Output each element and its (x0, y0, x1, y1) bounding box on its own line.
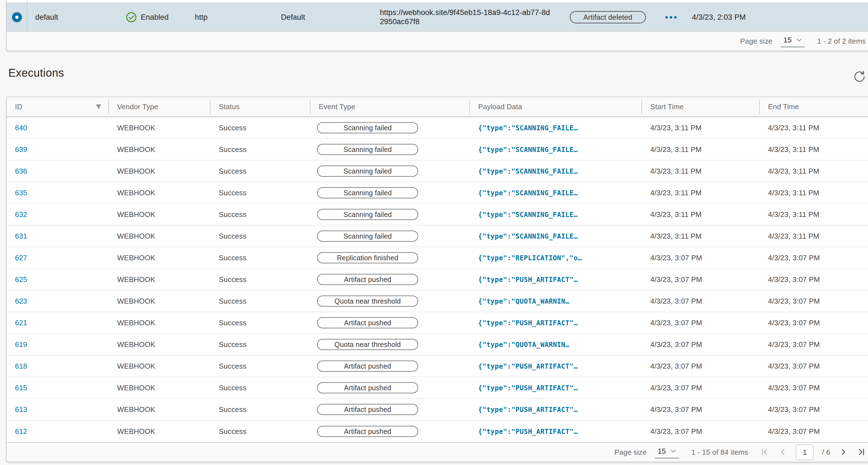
column-header-vendor-type[interactable]: Vendor Type (109, 97, 211, 116)
last-page-icon[interactable] (856, 447, 866, 457)
table-row[interactable]: 627 WEBHOOK Success Replication finished… (7, 247, 868, 269)
cell-payload-data: {"type":"SCANNING_FAILE… (470, 145, 642, 154)
webhook-event-types-cell: Artifact deleted (567, 11, 686, 23)
table-row[interactable]: 615 WEBHOOK Success Artifact pushed {"ty… (7, 377, 868, 399)
table-row[interactable]: 623 WEBHOOK Success Quota near threshold… (7, 291, 868, 312)
payload-data-link[interactable]: {"type":"SCANNING_FAILE… (478, 124, 578, 132)
table-row[interactable]: 613 WEBHOOK Success Artifact pushed {"ty… (7, 399, 868, 420)
payload-data-link[interactable]: {"type":"SCANNING_FAILE… (478, 146, 578, 154)
execution-id-link[interactable]: 625 (15, 275, 27, 284)
webhooks-datagrid: default Enabled http Default https://web… (6, 0, 868, 51)
table-row[interactable]: 625 WEBHOOK Success Artifact pushed {"ty… (7, 269, 868, 291)
cell-payload-data: {"type":"PUSH_ARTIFACT"… (470, 319, 642, 327)
table-row[interactable]: 632 WEBHOOK Success Scanning failed {"ty… (7, 204, 868, 226)
column-header-end-time[interactable]: End Time (760, 97, 868, 116)
table-row[interactable]: 612 WEBHOOK Success Artifact pushed {"ty… (7, 420, 868, 442)
cell-event-type: Artifact pushed (310, 404, 470, 415)
cell-id: 619 (7, 340, 109, 349)
payload-data-link[interactable]: {"type":"SCANNING_FAILE… (478, 211, 578, 219)
cell-payload-data: {"type":"SCANNING_FAILE… (470, 124, 642, 132)
webhook-row-selected[interactable]: default Enabled http Default https://web… (7, 3, 868, 31)
execution-id-link[interactable]: 639 (15, 145, 27, 154)
cell-end-time: 4/3/23, 3:07 PM (760, 384, 868, 392)
table-row[interactable]: 618 WEBHOOK Success Artifact pushed {"ty… (7, 355, 868, 377)
first-page-icon[interactable] (760, 447, 770, 457)
column-header-event-type[interactable]: Event Type (310, 97, 470, 116)
event-type-badge: Artifact deleted (570, 11, 646, 23)
current-page-input[interactable] (796, 444, 813, 460)
cell-payload-data: {"type":"SCANNING_FAILE… (470, 167, 642, 176)
payload-data-link[interactable]: {"type":"PUSH_ARTIFACT"… (478, 276, 578, 284)
execution-id-link[interactable]: 627 (15, 254, 27, 262)
column-header-start-time[interactable]: Start Time (642, 97, 760, 116)
event-type-badge: Artifact pushed (317, 382, 418, 393)
chevron-down-icon (796, 37, 802, 43)
cell-payload-data: {"type":"PUSH_ARTIFACT"… (470, 384, 642, 392)
cell-vendor-type: WEBHOOK (109, 145, 211, 154)
page-size-value: 15 (658, 447, 666, 456)
page-size-select[interactable]: 15 (781, 35, 805, 47)
execution-id-link[interactable]: 621 (15, 319, 27, 327)
cell-start-time: 4/3/23, 3:07 PM (642, 275, 760, 284)
execution-id-link[interactable]: 618 (15, 362, 27, 370)
cell-status: Success (211, 275, 310, 284)
table-row[interactable]: 631 WEBHOOK Success Scanning failed {"ty… (7, 226, 868, 247)
cell-event-type: Replication finished (310, 252, 470, 263)
prev-page-icon[interactable] (778, 447, 787, 457)
payload-data-link[interactable]: {"type":"SCANNING_FAILE… (478, 189, 578, 197)
cell-event-type: Quota near threshold (310, 295, 470, 307)
cell-start-time: 4/3/23, 3:07 PM (642, 297, 760, 306)
table-row[interactable]: 639 WEBHOOK Success Scanning failed {"ty… (7, 139, 868, 161)
filter-funnel-icon[interactable] (95, 103, 102, 111)
event-type-badge: Scanning failed (317, 166, 418, 177)
column-header-id[interactable]: ID (7, 97, 109, 116)
webhook-notify-type: http (191, 13, 277, 22)
next-page-icon[interactable] (839, 447, 848, 457)
webhook-row-radio-cell[interactable] (7, 3, 28, 31)
execution-id-link[interactable]: 635 (15, 188, 27, 197)
execution-id-link[interactable]: 640 (15, 124, 27, 132)
cell-id: 621 (7, 319, 109, 327)
table-row[interactable]: 636 WEBHOOK Success Scanning failed {"ty… (7, 161, 868, 182)
payload-data-link[interactable]: {"type":"SCANNING_FAILE… (478, 233, 578, 240)
table-row[interactable]: 640 WEBHOOK Success Scanning failed {"ty… (7, 117, 868, 139)
payload-data-link[interactable]: {"type":"PUSH_ARTIFACT"… (478, 362, 578, 370)
ellipsis-horizontal-icon[interactable] (665, 16, 677, 19)
cell-vendor-type: WEBHOOK (109, 167, 211, 176)
payload-data-link[interactable]: {"type":"PUSH_ARTIFACT"… (478, 406, 578, 414)
execution-id-link[interactable]: 636 (15, 167, 27, 175)
cell-event-type: Scanning failed (310, 187, 470, 198)
payload-data-link[interactable]: {"type":"QUOTA_WARNIN… (478, 297, 569, 305)
executions-title: Executions (8, 67, 64, 79)
table-row[interactable]: 635 WEBHOOK Success Scanning failed {"ty… (7, 182, 868, 204)
execution-id-link[interactable]: 612 (15, 427, 27, 436)
cell-payload-data: {"type":"SCANNING_FAILE… (470, 210, 642, 219)
radio-selected-icon[interactable] (12, 12, 22, 22)
payload-data-link[interactable]: {"type":"QUOTA_WARNIN… (478, 341, 569, 349)
payload-data-link[interactable]: {"type":"PUSH_ARTIFACT"… (478, 384, 578, 392)
cell-payload-data: {"type":"SCANNING_FAILE… (470, 188, 642, 197)
execution-id-link[interactable]: 623 (15, 297, 27, 305)
cell-id: 627 (7, 254, 109, 262)
execution-id-link[interactable]: 613 (15, 405, 27, 414)
cell-event-type: Quota near threshold (310, 339, 470, 350)
cell-payload-data: {"type":"REPLICATION","o… (470, 254, 642, 262)
execution-id-link[interactable]: 631 (15, 232, 27, 240)
payload-data-link[interactable]: {"type":"SCANNING_FAILE… (478, 168, 578, 175)
refresh-button[interactable] (852, 70, 866, 83)
payload-data-link[interactable]: {"type":"PUSH_ARTIFACT"… (478, 428, 578, 436)
execution-id-link[interactable]: 619 (15, 340, 27, 349)
table-row[interactable]: 621 WEBHOOK Success Artifact pushed {"ty… (7, 312, 868, 334)
page-size-select[interactable]: 15 (655, 446, 679, 458)
payload-data-link[interactable]: {"type":"REPLICATION","o… (478, 254, 582, 262)
event-type-badge: Scanning failed (317, 209, 418, 220)
table-row[interactable]: 619 WEBHOOK Success Quota near threshold… (7, 334, 868, 355)
payload-data-link[interactable]: {"type":"PUSH_ARTIFACT"… (478, 319, 578, 327)
event-type-badge: Quota near threshold (317, 339, 418, 350)
executions-grid-footer: Page size 15 1 - 15 of 84 items / 6 (7, 442, 868, 462)
column-header-payload-data[interactable]: Payload Data (470, 97, 642, 116)
execution-id-link[interactable]: 632 (15, 210, 27, 219)
execution-id-link[interactable]: 615 (15, 384, 27, 392)
cell-event-type: Artifact pushed (310, 360, 470, 372)
column-header-status[interactable]: Status (211, 97, 310, 116)
